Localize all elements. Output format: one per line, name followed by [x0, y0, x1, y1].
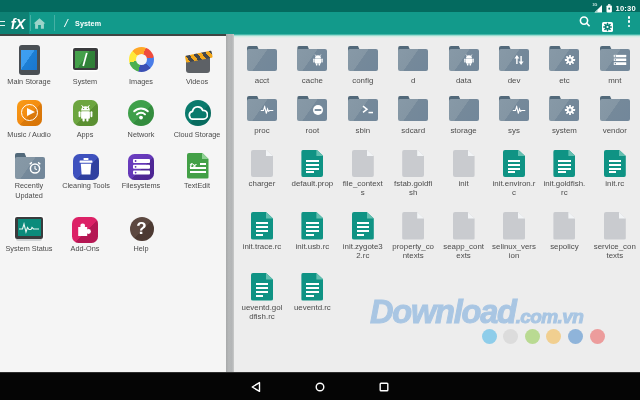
svg-text:fX: fX: [11, 16, 27, 32]
svg-text:10:30: 10:30: [616, 4, 636, 13]
svg-text:3G: 3G: [593, 3, 598, 7]
